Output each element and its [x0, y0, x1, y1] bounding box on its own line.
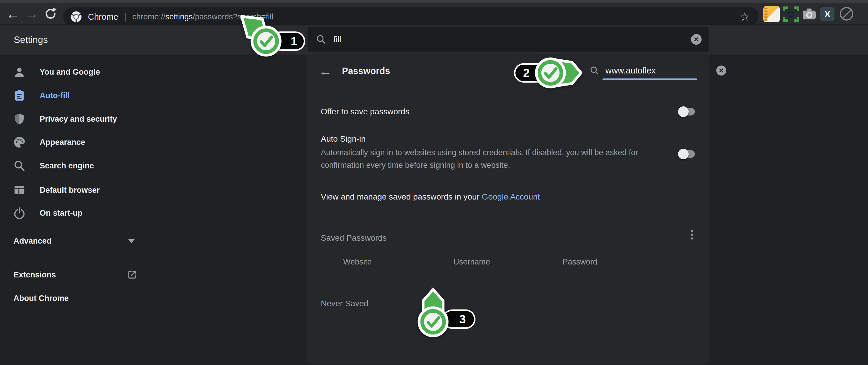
step-number: 3 — [459, 313, 466, 326]
url-bar[interactable]: Chrome | chrome://settings/passwords?sea… — [63, 7, 758, 27]
auto-signin-description: Automatically sign in to websites using … — [321, 146, 654, 172]
manage-passwords-row: View and manage saved passwords in your … — [321, 188, 540, 206]
sidebar-item-label: Search engine — [40, 161, 94, 170]
auto-signin-label: Auto Sign-in — [321, 134, 366, 144]
sidebar-item-label: Privacy and security — [40, 114, 117, 124]
sidebar-divider — [0, 258, 147, 258]
window-top-strip — [0, 0, 868, 3]
palette-icon — [13, 136, 26, 149]
sidebar-item-privacy[interactable]: Privacy and security — [0, 107, 147, 131]
column-header-username: Username — [454, 258, 490, 267]
clear-search-icon[interactable] — [716, 66, 726, 75]
x-extension-icon[interactable] — [820, 7, 835, 21]
step-marker-2-check-icon — [512, 56, 585, 94]
sidebar-item-extensions[interactable]: Extensions — [0, 263, 147, 287]
search-icon — [590, 66, 599, 75]
row-divider — [312, 126, 704, 126]
page-title: Settings — [14, 25, 48, 55]
chrome-logo-icon — [70, 10, 83, 23]
sidebar-item-about-chrome[interactable]: About Chrome — [0, 287, 147, 310]
search-icon — [13, 159, 26, 172]
sidebar-item-label: Default browser — [40, 186, 100, 195]
url-separator: | — [124, 12, 126, 22]
search-icon — [316, 34, 327, 45]
column-header-website: Website — [343, 258, 372, 267]
chevron-down-icon — [128, 239, 135, 243]
sidebar-item-autofill[interactable]: Auto-fill — [0, 84, 147, 107]
toggle-knob — [678, 149, 689, 159]
sidebar-item-label: Auto-fill — [40, 91, 70, 100]
sidebar-item-on-startup[interactable]: On start-up — [0, 201, 147, 225]
reload-glyph — [44, 7, 57, 21]
manage-passwords-text: View and manage saved passwords in your — [321, 192, 482, 202]
kebab-menu-icon[interactable] — [686, 226, 698, 243]
sidebar-item-appearance[interactable]: Appearance — [0, 131, 147, 154]
password-search-input[interactable] — [606, 66, 716, 75]
sidebar-item-label: You and Google — [40, 68, 100, 77]
google-account-link[interactable]: Google Account — [482, 192, 540, 202]
clear-search-icon[interactable] — [691, 34, 702, 45]
never-saved-heading: Never Saved — [321, 295, 368, 312]
site-label: Chrome — [88, 12, 118, 22]
column-header-password: Password — [562, 258, 597, 267]
settings-search-input[interactable] — [334, 35, 691, 44]
back-arrow-icon[interactable] — [316, 62, 335, 80]
passwords-card: Passwords Offer to save passwords Auto S… — [307, 55, 709, 364]
camera-extension-icon[interactable] — [801, 6, 817, 22]
step-number: 1 — [291, 35, 297, 48]
camera-glyph — [801, 6, 817, 22]
reload-icon[interactable] — [42, 3, 59, 25]
sidebar-item-you-and-google[interactable]: You and Google — [0, 60, 147, 84]
auto-signin-row: Auto Sign-in — [321, 131, 366, 147]
auto-signin-toggle[interactable] — [679, 150, 695, 158]
bookmark-star-icon[interactable] — [737, 7, 753, 27]
sidebar-item-default-browser[interactable]: Default browser — [0, 178, 147, 202]
password-search-field[interactable] — [590, 61, 700, 80]
offer-to-save-row: Offer to save passwords — [321, 100, 409, 124]
extensions-label: Extensions — [13, 270, 56, 279]
blocker-extension-icon[interactable] — [840, 7, 853, 21]
browser-window-icon — [13, 184, 26, 197]
about-label: About Chrome — [13, 294, 68, 303]
toggle-knob — [678, 106, 689, 117]
back-arrow-icon[interactable] — [4, 3, 22, 25]
passwords-title: Passwords — [342, 62, 390, 80]
sidebar-advanced-toggle[interactable]: Advanced — [0, 229, 147, 253]
offer-to-save-toggle[interactable] — [679, 108, 695, 115]
settings-header: Settings — [0, 25, 868, 55]
advanced-label: Advanced — [13, 237, 52, 246]
sidebar-item-label: Appearance — [40, 138, 85, 147]
saved-passwords-heading: Saved Passwords — [321, 229, 387, 247]
url-scheme: chrome:// — [132, 12, 165, 21]
screenshot-extension-icon[interactable] — [783, 6, 799, 22]
person-icon — [13, 66, 26, 78]
open-in-new-icon — [126, 269, 137, 280]
step-marker-3-check-icon — [410, 287, 457, 350]
clipboard-icon — [13, 89, 26, 102]
focus-underline — [602, 78, 697, 80]
shield-icon — [13, 112, 26, 126]
sidebar-item-label: On start-up — [40, 209, 83, 218]
screenshot-glyph — [783, 6, 799, 22]
browser-toolbar: Chrome | chrome://settings/passwords?sea… — [0, 3, 868, 25]
url-host: settings — [165, 12, 193, 21]
power-icon — [13, 207, 26, 220]
sidebar-item-search-engine[interactable]: Search engine — [0, 154, 147, 177]
notes-extension-icon[interactable] — [763, 6, 780, 22]
offer-to-save-label: Offer to save passwords — [321, 107, 409, 117]
forward-arrow-icon[interactable] — [23, 3, 40, 25]
settings-search-box[interactable] — [308, 27, 709, 52]
step-marker-1-check-icon — [235, 12, 288, 63]
